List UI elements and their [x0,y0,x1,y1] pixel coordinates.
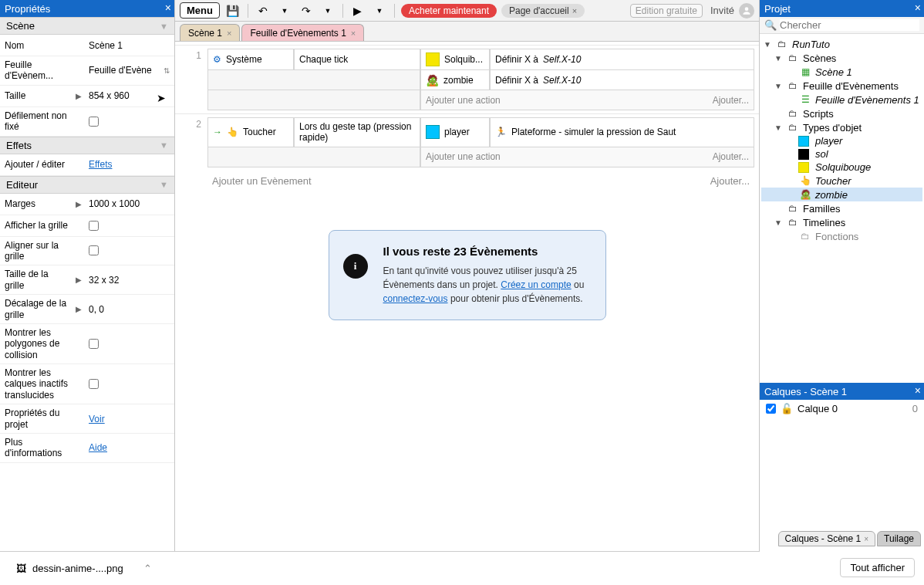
buy-now-button[interactable]: Acheter maintenant [401,4,497,18]
chevron-down-icon[interactable]: ▼ [774,54,783,63]
close-icon[interactable]: × [572,6,577,15]
showcollision-checkbox[interactable] [89,339,99,349]
prop-row-showcollision[interactable]: Montrer les polygones de collision [0,324,174,364]
prop-value[interactable]: Scène 1 [84,35,174,56]
tree-timelines[interactable]: ▼🗀Timelines [761,215,922,229]
close-icon[interactable]: × [227,29,231,38]
add-action-link[interactable]: Ajouter une action Ajouter... [420,90,754,110]
prop-value[interactable]: 854 x 960 [84,86,174,107]
properties-group-scene[interactable]: Scène▼ [0,17,174,35]
add-ellipsis[interactable]: Ajouter... [713,151,749,162]
layer-row[interactable]: 🔓 Calque 0 0 [760,400,924,418]
project-search[interactable]: 🔍 [760,17,924,34]
event-row[interactable]: 2 → 👆 Toucher Lors du geste tap (pressio… [175,113,759,171]
tree-obj-solquibouge[interactable]: Solquibouge [761,161,922,174]
close-icon[interactable]: × [864,535,868,543]
tree-root[interactable]: ▼🗀RunTuto [761,37,922,51]
condition-param[interactable]: Lors du geste tap (pression rapide) [294,117,420,147]
tab-tilemap[interactable]: Tuilage [877,531,921,546]
expand-icon[interactable]: ▶ [73,265,84,294]
prop-row-showgrid[interactable]: Afficher la grille [0,215,174,237]
prop-row-moreinfo[interactable]: Plus d'informations Aide [0,434,174,463]
prop-row-gridsize[interactable]: Taille de la grille ▶ 32 x 32 [0,265,174,295]
save-icon[interactable]: 💾 [224,2,241,19]
close-icon[interactable]: × [915,384,921,397]
edition-badge[interactable]: Edition gratuite [630,4,703,18]
tree-obj-sol[interactable]: sol [761,147,922,161]
prop-value[interactable]: 32 x 32 [84,265,174,294]
tree-objecttypes[interactable]: ▼🗀Types d'objet [761,120,922,134]
close-icon[interactable]: × [165,2,171,14]
tree-eventsheets[interactable]: ▼🗀Feuille d'Evènements [761,79,922,93]
lock-icon[interactable]: 🔓 [781,403,793,414]
chevron-down-icon[interactable]: ▼ [774,82,783,90]
prop-value[interactable]: 0, 0 [84,295,174,323]
close-icon[interactable]: × [351,29,356,38]
condition-cell[interactable]: → 👆 Toucher [207,117,294,147]
effects-link[interactable]: Effets [89,159,112,170]
tab-eventsheet[interactable]: Feuille d'Evènements 1× [241,24,364,41]
prop-row-gridoffset[interactable]: Décalage de la grille ▶ 0, 0 [0,295,174,324]
action-object[interactable]: 🧟 zombie [420,70,490,90]
add-ellipsis[interactable]: Ajouter... [713,95,749,106]
chevron-down-icon[interactable]: ▼ [774,218,783,227]
login-link[interactable]: connectez-vous [383,293,448,304]
undo-icon[interactable]: ↶ [255,2,271,19]
expand-icon[interactable]: ▶ [73,86,84,107]
download-item[interactable]: 🖼 dessin-anime-....png ⌃ [9,559,159,578]
prop-row-size[interactable]: Taille ▶ 854 x 960 [0,86,174,107]
prop-value[interactable]: 1000 x 1000 [84,194,174,215]
show-all-button[interactable]: Tout afficher [840,558,915,577]
home-tab[interactable]: Page d'accueil× [501,4,585,18]
play-icon[interactable]: ▶ [349,2,366,19]
tree-eventsheet1[interactable]: ☰Feuille d'Evènements 1 [761,93,922,107]
tree-families[interactable]: 🗀Familles [761,201,922,215]
tree-scenes[interactable]: ▼🗀Scènes [761,51,922,65]
view-link[interactable]: Voir [89,414,105,424]
tree-obj-player[interactable]: player [761,134,922,147]
snapgrid-checkbox[interactable] [89,245,99,255]
add-ellipsis[interactable]: Ajouter... [710,175,750,187]
prop-row-snapgrid[interactable]: Aligner sur la grille [0,237,174,266]
tree-functions[interactable]: 🗀Fonctions [761,229,922,243]
add-event-row[interactable]: Ajouter un Evènement Ajouter... [175,171,759,191]
tree-scene1[interactable]: ▦Scène 1 [761,65,922,79]
tree-scripts[interactable]: 🗀Scripts [761,107,922,120]
prop-row-addedit-effects[interactable]: Ajouter / éditer Effets [0,154,174,176]
prop-row-eventsheet[interactable]: Feuille d'Evènem... Feuille d'Evène⇅ [0,56,174,86]
chevron-down-icon[interactable]: ▼ [774,123,783,132]
prop-row-name[interactable]: Nom Scène 1 [0,35,174,56]
prop-value[interactable]: Feuille d'Evène⇅ [84,56,174,85]
action-text[interactable]: Définir X à Self.X-10 [490,49,754,70]
redo-icon[interactable]: ↷ [298,2,315,19]
action-text[interactable]: 🏃 Plateforme - simuler la pression de Sa… [490,117,754,147]
prop-row-unbounded-scroll[interactable]: Défilement non fixé [0,107,174,137]
tree-obj-toucher[interactable]: 👆Toucher [761,174,922,188]
tab-layers[interactable]: Calques - Scène 1× [778,531,876,546]
avatar-icon[interactable] [739,3,754,19]
translucent-checkbox[interactable] [89,379,99,389]
expand-icon[interactable]: ▶ [73,295,84,323]
showgrid-checkbox[interactable] [89,221,99,231]
prop-row-translucent[interactable]: Montrer les calques inactifs translucide… [0,364,174,404]
close-icon[interactable]: × [915,2,921,14]
prop-row-margins[interactable]: Marges ▶ 1000 x 1000 [0,194,174,215]
unbounded-scroll-checkbox[interactable] [89,117,99,127]
action-text[interactable]: Définir X à Self.X-10 [490,70,754,90]
action-object[interactable]: Solquib... [420,49,490,70]
chevron-down-icon[interactable]: ▼ [763,40,772,49]
menu-button[interactable]: Menu [180,2,220,19]
add-action-link[interactable]: Ajouter une action Ajouter... [420,147,754,167]
properties-group-editor[interactable]: Editeur▼ [0,176,174,194]
tab-scene[interactable]: Scène 1× [180,24,240,41]
search-input[interactable] [780,19,919,31]
properties-group-effects[interactable]: Effets▼ [0,137,174,154]
tree-obj-zombie[interactable]: 🧟zombie [761,188,922,201]
condition-cell[interactable]: ⚙ Système [207,49,294,70]
layer-visible-checkbox[interactable] [766,404,776,414]
help-link[interactable]: Aide [89,442,107,453]
play-dropdown-icon[interactable]: ▼ [371,2,388,19]
prop-row-projectprops[interactable]: Propriétés du projet Voir [0,404,174,434]
create-account-link[interactable]: Créez un compte [501,279,571,290]
event-row[interactable]: 1 ⚙ Système Chaque tick Solquib... Défin… [175,45,759,113]
